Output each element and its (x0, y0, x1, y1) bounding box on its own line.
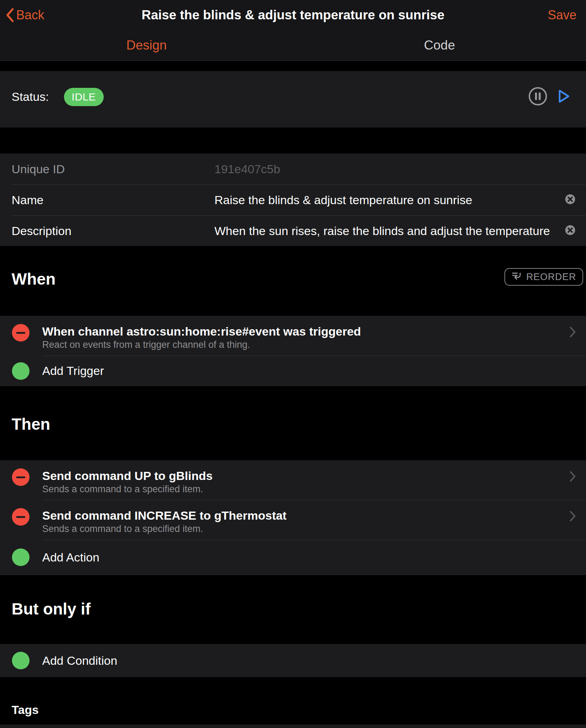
save-button[interactable]: Save (548, 0, 577, 30)
description-row: Description When the sun rises, raise th… (0, 215, 586, 246)
tab-design[interactable]: Design (0, 30, 293, 60)
chevron-right-icon (569, 510, 576, 524)
reorder-button[interactable]: REORDER (504, 268, 583, 286)
rule-details-section: Unique ID 191e407c5b Name Raise the blin… (0, 154, 586, 246)
plus-circle-icon (12, 548, 30, 566)
delete-action-button[interactable] (12, 468, 30, 486)
reorder-label: REORDER (526, 272, 576, 282)
name-field[interactable]: Raise the blinds & adjust temperature on… (214, 193, 565, 207)
reorder-icon (511, 271, 522, 283)
clear-description-button[interactable] (565, 225, 575, 237)
unique-id-row: Unique ID 191e407c5b (0, 154, 586, 184)
rule-editor-screen: Back Raise the blinds & adjust temperatu… (0, 0, 586, 728)
navbar-top-row: Back Raise the blinds & adjust temperatu… (0, 0, 586, 30)
action-subtitle: Sends a command to a specified item. (42, 523, 203, 534)
when-heading: When (12, 269, 56, 289)
add-trigger-label: Add Trigger (42, 364, 104, 378)
delete-trigger-button[interactable] (12, 324, 30, 342)
pause-icon (528, 86, 548, 108)
play-icon (554, 87, 572, 106)
tags-section (0, 724, 586, 728)
chevron-right-icon (569, 470, 576, 484)
name-label: Name (12, 193, 44, 207)
action-title: Send command UP to gBlinds (42, 469, 213, 482)
then-heading: Then (12, 414, 50, 434)
action-subtitle: Sends a command to a specified item. (42, 483, 203, 495)
clear-circle-icon (565, 230, 575, 236)
add-condition-button[interactable]: Add Condition (0, 644, 586, 677)
clear-circle-icon (565, 200, 575, 206)
status-label: Status: (12, 90, 49, 104)
action-title: Send command INCREASE to gThermostat (42, 509, 286, 522)
add-action-label: Add Action (42, 551, 99, 564)
page-title: Raise the blinds & adjust temperature on… (0, 0, 586, 30)
but-only-if-heading: But only if (12, 599, 91, 619)
description-field[interactable]: When the sun rises, raise the blinds and… (214, 224, 565, 238)
tab-code[interactable]: Code (293, 30, 586, 60)
description-label: Description (12, 224, 71, 238)
action-row[interactable]: Send command INCREASE to gThermostat Sen… (0, 500, 586, 540)
trigger-row[interactable]: When channel astro:sun:home:rise#event w… (0, 316, 586, 356)
add-action-button[interactable]: Add Action (0, 540, 586, 575)
run-rule-button[interactable] (554, 87, 572, 106)
trigger-subtitle: React on events from a trigger channel o… (42, 339, 250, 350)
trigger-title: When channel astro:sun:home:rise#event w… (42, 325, 361, 338)
action-row[interactable]: Send command UP to gBlinds Sends a comma… (0, 460, 586, 500)
plus-circle-icon (12, 362, 30, 380)
chevron-right-icon (569, 326, 576, 340)
actions-list: Send command UP to gBlinds Sends a comma… (0, 460, 586, 575)
navbar: Back Raise the blinds & adjust temperatu… (0, 0, 586, 61)
status-badge: IDLE (64, 88, 104, 106)
plus-circle-icon (12, 652, 30, 669)
add-condition-label: Add Condition (42, 654, 117, 668)
tab-bar: Design Code (0, 30, 586, 60)
conditions-list: Add Condition (0, 644, 586, 677)
name-row: Name Raise the blinds & adjust temperatu… (0, 184, 586, 215)
tags-heading: Tags (12, 702, 39, 717)
add-trigger-button[interactable]: Add Trigger (0, 356, 586, 386)
clear-name-button[interactable] (565, 194, 575, 206)
status-section: Status: IDLE (0, 71, 586, 128)
unique-id-value: 191e407c5b (214, 162, 565, 176)
unique-id-label: Unique ID (12, 162, 65, 176)
delete-action-button[interactable] (12, 508, 30, 526)
triggers-list: When channel astro:sun:home:rise#event w… (0, 316, 586, 386)
pause-rule-button[interactable] (528, 86, 548, 108)
